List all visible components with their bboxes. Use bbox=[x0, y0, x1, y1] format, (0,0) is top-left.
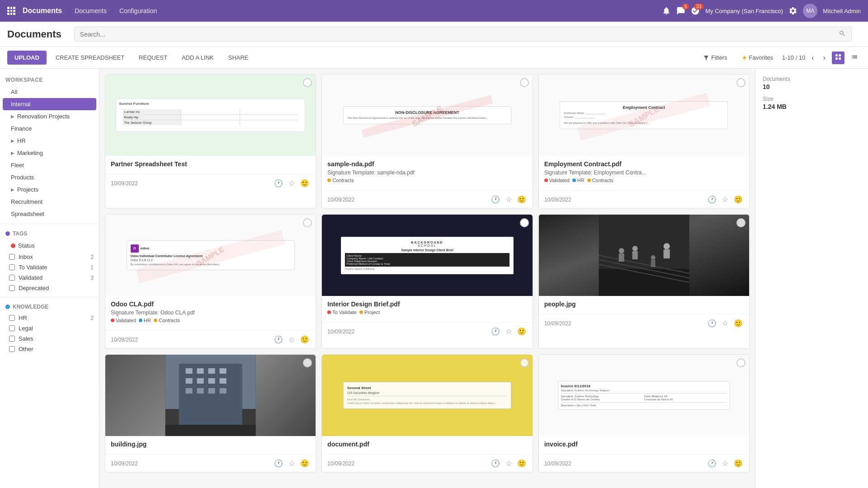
size-value: 1.24 MB bbox=[763, 103, 861, 110]
doc-share-4[interactable]: 🙂 bbox=[299, 334, 310, 345]
document-card-1[interactable]: Sunrise Furniture Lumbar Inc Really Hip … bbox=[105, 74, 316, 209]
sidebar-item-renovation[interactable]: ▶ Renovation Projects bbox=[0, 110, 99, 122]
sidebar-item-spreadsheet[interactable]: Spreadsheet bbox=[0, 208, 99, 220]
sidebar-item-internal[interactable]: Internal bbox=[3, 98, 96, 110]
filters-button[interactable]: Filters bbox=[698, 51, 732, 65]
validated-checkbox[interactable] bbox=[9, 275, 15, 281]
doc-share-6[interactable]: 🙂 bbox=[733, 318, 744, 328]
settings-button[interactable] bbox=[788, 6, 797, 15]
checkbox-to-validate[interactable]: To Validate 1 bbox=[0, 262, 99, 272]
inbox-checkbox[interactable] bbox=[9, 254, 15, 260]
doc-history-2[interactable]: 🕐 bbox=[490, 194, 501, 205]
doc-star-6[interactable]: ☆ bbox=[721, 318, 729, 328]
upload-button[interactable]: UPLOAD bbox=[7, 51, 47, 65]
toolbar-right: Filters ★ Favorites 1-10 / 10 ‹ › bbox=[698, 51, 861, 65]
doc-history-6[interactable]: 🕐 bbox=[707, 318, 717, 328]
doc-share-7[interactable]: 🙂 bbox=[299, 458, 310, 469]
document-card-6[interactable]: people.jpg 10/09/2022 🕐 ☆ 🙂 bbox=[538, 214, 750, 349]
sales-checkbox[interactable] bbox=[9, 336, 15, 342]
doc-history-9[interactable]: 🕐 bbox=[707, 458, 717, 469]
legal-checkbox[interactable] bbox=[9, 325, 15, 331]
hr-knowledge-checkbox[interactable] bbox=[9, 315, 15, 321]
doc-select-4[interactable] bbox=[303, 218, 312, 227]
nav-documents[interactable]: Documents bbox=[69, 5, 112, 17]
doc-history-7[interactable]: 🕐 bbox=[273, 458, 284, 469]
doc-select-6[interactable] bbox=[736, 218, 745, 227]
doc-star-2[interactable]: ☆ bbox=[505, 194, 513, 205]
checkbox-validated[interactable]: Validated 3 bbox=[0, 272, 99, 283]
activity-button[interactable]: 33 bbox=[691, 6, 700, 15]
doc-star-3[interactable]: ☆ bbox=[721, 194, 729, 205]
deprecated-checkbox[interactable] bbox=[9, 285, 15, 291]
search-bar[interactable] bbox=[74, 27, 852, 42]
doc-share-8[interactable]: 🙂 bbox=[516, 458, 527, 469]
share-button[interactable]: SHARE bbox=[223, 51, 254, 65]
doc-history-4[interactable]: 🕐 bbox=[273, 334, 284, 345]
doc-share-2[interactable]: 🙂 bbox=[516, 194, 527, 205]
other-checkbox[interactable] bbox=[9, 346, 15, 352]
doc-info-7: building.jpg bbox=[105, 436, 316, 454]
sidebar-item-fleet[interactable]: Fleet bbox=[0, 159, 99, 171]
document-card-4[interactable]: O odoo Odoo Individual Contributor Licen… bbox=[105, 214, 316, 349]
doc-star-7[interactable]: ☆ bbox=[288, 458, 296, 469]
chat-button[interactable]: 5 bbox=[676, 6, 685, 15]
doc-info-9: invoice.pdf bbox=[539, 436, 749, 454]
doc-share-5[interactable]: 🙂 bbox=[516, 326, 527, 337]
checkbox-other[interactable]: Other bbox=[0, 344, 99, 354]
doc-select-8[interactable] bbox=[520, 358, 529, 367]
doc-history-3[interactable]: 🕐 bbox=[707, 194, 717, 205]
doc-star-5[interactable]: ☆ bbox=[505, 326, 513, 337]
next-page-button[interactable]: › bbox=[821, 52, 828, 64]
grid-view-button[interactable] bbox=[832, 52, 844, 64]
checkbox-legal[interactable]: Legal bbox=[0, 323, 99, 333]
favorites-button[interactable]: ★ Favorites bbox=[736, 51, 778, 65]
doc-star-8[interactable]: ☆ bbox=[505, 458, 513, 469]
document-card-2[interactable]: NON-DISCLOSURE AGREEMENT This Non-Disclo… bbox=[321, 74, 533, 209]
doc-share-1[interactable]: 🙂 bbox=[299, 178, 310, 188]
nav-configuration[interactable]: Configuration bbox=[114, 5, 162, 17]
sidebar-item-projects[interactable]: ▶ Projects bbox=[0, 183, 99, 196]
sidebar-item-hr[interactable]: ▶ HR bbox=[0, 135, 99, 147]
sidebar-status-filter[interactable]: Status bbox=[0, 239, 99, 252]
doc-select-1[interactable] bbox=[303, 78, 312, 87]
add-link-button[interactable]: ADD A LINK bbox=[176, 51, 219, 65]
doc-select-9[interactable] bbox=[736, 358, 745, 367]
document-card-9[interactable]: Invoice 8/11/2018 Springbok, Auditors Te… bbox=[538, 354, 750, 473]
notification-button[interactable] bbox=[662, 6, 671, 15]
sidebar-item-finance[interactable]: Finance bbox=[0, 122, 99, 135]
create-spreadsheet-button[interactable]: CREATE SPREADSHEET bbox=[50, 51, 130, 65]
doc-history-8[interactable]: 🕐 bbox=[490, 458, 501, 469]
list-view-button[interactable] bbox=[848, 52, 861, 64]
checkbox-inbox[interactable]: Inbox 2 bbox=[0, 252, 99, 262]
checkbox-deprecated[interactable]: Deprecated bbox=[0, 283, 99, 293]
doc-select-2[interactable] bbox=[520, 78, 529, 87]
doc-select-3[interactable] bbox=[736, 78, 745, 87]
workspace-header[interactable]: WORKSPACE bbox=[0, 74, 99, 86]
apps-grid-icon[interactable] bbox=[7, 7, 15, 15]
prev-page-button[interactable]: ‹ bbox=[809, 52, 816, 64]
document-card-8[interactable]: Second Sheet 105 Securities Belgium Dear… bbox=[321, 354, 533, 473]
document-card-3[interactable]: Employment Contract Employee Name: _____… bbox=[538, 74, 750, 209]
doc-star-9[interactable]: ☆ bbox=[721, 458, 729, 469]
doc-star-1[interactable]: ☆ bbox=[288, 178, 296, 188]
checkbox-hr-knowledge[interactable]: HR 2 bbox=[0, 313, 99, 323]
contracts-dot-icon-3 bbox=[587, 178, 591, 182]
doc-select-5[interactable] bbox=[520, 218, 529, 227]
doc-tags-5: To Validate Project bbox=[327, 310, 527, 315]
request-button[interactable]: REQUEST bbox=[133, 51, 173, 65]
sidebar-item-products[interactable]: Products bbox=[0, 171, 99, 183]
content-area: Sunrise Furniture Lumbar Inc Really Hip … bbox=[99, 69, 868, 488]
doc-star-4[interactable]: ☆ bbox=[288, 334, 296, 345]
document-card-7[interactable]: building.jpg 10/09/2022 🕐 ☆ 🙂 bbox=[105, 354, 316, 473]
checkbox-sales[interactable]: Sales bbox=[0, 333, 99, 344]
search-input[interactable] bbox=[80, 31, 835, 38]
doc-history-1[interactable]: 🕐 bbox=[273, 178, 284, 188]
sidebar-item-recruitment[interactable]: Recruitment bbox=[0, 196, 99, 208]
sidebar-item-all[interactable]: All bbox=[0, 86, 99, 98]
doc-share-3[interactable]: 🙂 bbox=[733, 194, 744, 205]
sidebar-item-marketing[interactable]: ▶ Marketing bbox=[0, 147, 99, 159]
to-validate-checkbox[interactable] bbox=[9, 264, 15, 270]
document-card-5[interactable]: BACKGROUND SCHOOL Sample Interior Design… bbox=[321, 214, 533, 349]
doc-history-5[interactable]: 🕐 bbox=[490, 326, 501, 337]
doc-share-9[interactable]: 🙂 bbox=[733, 458, 744, 469]
